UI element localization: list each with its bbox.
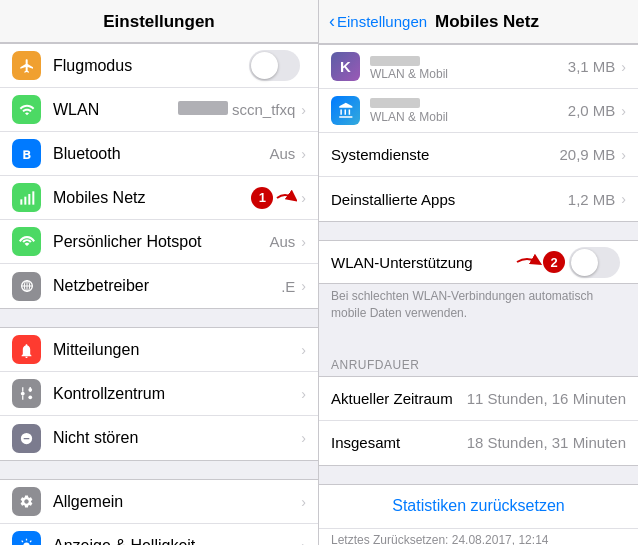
allgemein-arrow: › [301, 494, 306, 510]
cellular-icon [12, 183, 41, 212]
app-rows-group: K WLAN & Mobil 3,1 MB › WLAN & Mobil [319, 44, 638, 222]
row-wlan[interactable]: WLAN sccn_tfxq › [0, 88, 318, 132]
row-mobiles-netz[interactable]: Mobiles Netz 1 › [0, 176, 318, 220]
settings-group-2: Mitteilungen › Kontrollzentrum › Nicht s… [0, 327, 318, 461]
badge-2: 2 [543, 251, 565, 273]
app-blue-arrow: › [621, 103, 626, 119]
row-nicht-stoeren[interactable]: Nicht stören › [0, 416, 318, 460]
anruf-insgesamt-value: 18 Stunden, 31 Minuten [467, 434, 626, 451]
back-label: Einstellungen [337, 13, 427, 30]
deinstalliert-value: 1,2 MB [568, 191, 616, 208]
bluetooth-icon: ʙ [12, 139, 41, 168]
anruf-aktuell-label: Aktueller Zeitraum [331, 390, 467, 407]
app-k-label [370, 52, 568, 67]
annotation-2-container: 2 [515, 251, 565, 273]
systemdienste-value: 20,9 MB [559, 146, 615, 163]
left-header: Einstellungen [0, 0, 318, 43]
anruf-aktuell-value: 11 Stunden, 16 Minuten [467, 390, 626, 407]
wifi-icon [12, 95, 41, 124]
kontrollzentrum-label: Kontrollzentrum [53, 385, 301, 403]
carrier-icon [12, 272, 41, 301]
row-mitteilungen[interactable]: Mitteilungen › [0, 328, 318, 372]
row-kontrollzentrum[interactable]: Kontrollzentrum › [0, 372, 318, 416]
svg-rect-3 [32, 191, 34, 204]
annotation-badge-1: 1 [251, 187, 297, 209]
app-blue-sublabel: WLAN & Mobil [370, 110, 568, 124]
app-k-info: WLAN & Mobil [370, 52, 568, 81]
svg-point-8 [21, 392, 25, 396]
hotspot-arrow: › [301, 234, 306, 250]
reset-group: Statistiken zurücksetzen Letztes Zurücks… [319, 484, 638, 545]
wlan-support-section: WLAN-Unterstützung 2 Bei schlechten WLAN… [319, 240, 638, 332]
bluetooth-label: Bluetooth [53, 145, 269, 163]
bluetooth-arrow: › [301, 146, 306, 162]
settings-group-3: Allgemein › Anzeige & Helligkeit › Hinte… [0, 479, 318, 545]
donotdisturb-icon [12, 424, 41, 453]
nicht-stoeren-label: Nicht stören [53, 429, 301, 447]
deinstalliert-row[interactable]: Deinstallierte Apps 1,2 MB › [319, 177, 638, 221]
right-panel: ‹ Einstellungen Mobiles Netz K WLAN & Mo… [319, 0, 638, 545]
left-panel: Einstellungen Flugmodus WLAN sccn_tfxq ›… [0, 0, 319, 545]
kontrollzentrum-arrow: › [301, 386, 306, 402]
wlan-support-toggle[interactable] [569, 247, 620, 278]
systemdienste-row[interactable]: Systemdienste 20,9 MB › [319, 133, 638, 177]
anruf-rows: Aktueller Zeitraum 11 Stunden, 16 Minute… [319, 376, 638, 466]
app-k-arrow: › [621, 59, 626, 75]
svg-rect-1 [24, 196, 26, 204]
carrier-value: .E [281, 278, 295, 295]
flugmodus-toggle[interactable] [249, 50, 300, 81]
wlan-label: WLAN [53, 101, 178, 119]
wlan-support-footer: Bei schlechten WLAN-Verbindungen automat… [319, 284, 638, 332]
nicht-stoeren-arrow: › [301, 430, 306, 446]
general-icon [12, 487, 41, 516]
app-blue-icon [331, 96, 360, 125]
row-bluetooth[interactable]: ʙ Bluetooth Aus › [0, 132, 318, 176]
left-title: Einstellungen [103, 12, 214, 31]
right-header: ‹ Einstellungen Mobiles Netz [319, 0, 638, 44]
back-chevron-icon: ‹ [329, 11, 335, 32]
app-k-sublabel: WLAN & Mobil [370, 67, 568, 81]
deinstalliert-label: Deinstallierte Apps [331, 191, 568, 208]
hotspot-icon [12, 227, 41, 256]
row-carrier[interactable]: Netzbetreiber .E › [0, 264, 318, 308]
bluetooth-value: Aus [269, 145, 295, 162]
red-arrow-1 [275, 190, 297, 206]
display-arrow: › [301, 538, 306, 546]
carrier-arrow: › [301, 278, 306, 294]
reset-footer: Letztes Zurücksetzen: 24.08.2017, 12:14 [319, 529, 638, 545]
svg-rect-0 [20, 199, 22, 204]
mitteilungen-arrow: › [301, 342, 306, 358]
app-k-row[interactable]: K WLAN & Mobil 3,1 MB › [319, 45, 638, 89]
app-blue-info: WLAN & Mobil [370, 98, 568, 124]
row-hotspot[interactable]: Persönlicher Hotspot Aus › [0, 220, 318, 264]
red-arrow-2 [515, 253, 543, 271]
wlan-value: sccn_tfxq [178, 101, 296, 118]
row-allgemein[interactable]: Allgemein › [0, 480, 318, 524]
wlan-arrow: › [301, 102, 306, 118]
anruf-insgesamt-label: Insgesamt [331, 434, 467, 451]
row-display[interactable]: Anzeige & Helligkeit › [0, 524, 318, 545]
wlan-support-row[interactable]: WLAN-Unterstützung 2 [319, 240, 638, 284]
mobiles-netz-label: Mobiles Netz [53, 189, 251, 207]
reset-row[interactable]: Statistiken zurücksetzen [319, 485, 638, 529]
app-blue-row[interactable]: WLAN & Mobil 2,0 MB › [319, 89, 638, 133]
anruf-header: ANRUFDAUER [319, 350, 638, 376]
anruf-aktuell-row: Aktueller Zeitraum 11 Stunden, 16 Minute… [319, 377, 638, 421]
row-flugmodus[interactable]: Flugmodus [0, 44, 318, 88]
back-button[interactable]: ‹ Einstellungen [329, 11, 427, 32]
settings-group-1: Flugmodus WLAN sccn_tfxq › ʙ Bluetooth A… [0, 43, 318, 309]
svg-rect-2 [28, 194, 30, 205]
systemdienste-arrow: › [621, 147, 626, 163]
right-title: Mobiles Netz [435, 12, 539, 32]
systemdienste-label: Systemdienste [331, 146, 559, 163]
carrier-label: Netzbetreiber [53, 277, 281, 295]
app-k-icon: K [331, 52, 360, 81]
hotspot-label: Persönlicher Hotspot [53, 233, 269, 251]
hotspot-value: Aus [269, 233, 295, 250]
deinstalliert-arrow: › [621, 191, 626, 207]
mitteilungen-label: Mitteilungen [53, 341, 301, 359]
anruf-insgesamt-row: Insgesamt 18 Stunden, 31 Minuten [319, 421, 638, 465]
reset-label[interactable]: Statistiken zurücksetzen [392, 497, 565, 515]
right-content: K WLAN & Mobil 3,1 MB › WLAN & Mobil [319, 44, 638, 545]
wlan-support-label: WLAN-Unterstützung [331, 254, 515, 271]
